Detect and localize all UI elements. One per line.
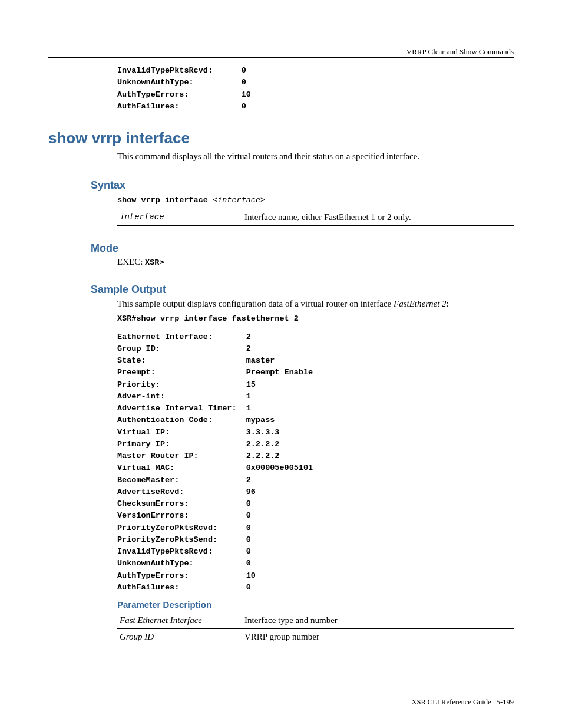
sample-output-block: Eathernet Interface: 2 Group ID: 2 State…	[117, 331, 514, 594]
footer: XSR CLI Reference Guide 5-199	[411, 698, 514, 707]
sample-intro-pre: This sample output displays configuratio…	[117, 299, 394, 308]
mode-value: XSR>	[145, 258, 164, 267]
table-row: interfaceInterface name, either FastEthe…	[117, 209, 514, 225]
mode-prefix: EXEC:	[117, 257, 145, 266]
param-desc: Interface name, either FastEthernet 1 or…	[242, 209, 514, 225]
param-name: Fast Ethernet Interface	[117, 612, 242, 629]
param-desc: Interface type and number	[242, 612, 514, 629]
sample-cmdline: XSR#show vrrp interface fastethernet 2	[117, 313, 514, 325]
command-title: show vrrp interface	[48, 129, 514, 147]
sample-heading: Sample Output	[91, 284, 514, 296]
syntax-line: show vrrp interface <interface>	[117, 194, 514, 206]
table-row: Fast Ethernet InterfaceInterface type an…	[117, 612, 514, 629]
syntax-arg: <interface>	[213, 196, 265, 205]
mode-heading: Mode	[91, 242, 514, 255]
footer-book: XSR CLI Reference Guide	[411, 698, 491, 706]
footer-page: 5-199	[497, 698, 514, 706]
param-name: Group ID	[117, 629, 242, 645]
command-desc: This command displays all the virtual ro…	[117, 151, 514, 163]
syntax-heading: Syntax	[91, 179, 514, 192]
mode-line: EXEC: XSR>	[117, 257, 514, 267]
syntax-table: interfaceInterface name, either FastEthe…	[117, 209, 514, 226]
sample-intro: This sample output displays configuratio…	[117, 298, 514, 310]
syntax-command: show vrrp interface	[117, 196, 213, 205]
param-desc-table: Fast Ethernet InterfaceInterface type an…	[117, 612, 514, 645]
page: VRRP Clear and Show Commands InvalidType…	[0, 0, 562, 728]
param-desc-heading: Parameter Description	[117, 599, 514, 610]
sample-intro-post: :	[447, 299, 449, 308]
param-name: interface	[117, 209, 242, 225]
table-row: Group IDVRRP group number	[117, 629, 514, 645]
param-desc: VRRP group number	[242, 629, 514, 645]
prev-output-block: InvalidTypePktsRcvd: 0 UnknownAuthType: …	[117, 65, 514, 113]
header-section: VRRP Clear and Show Commands	[48, 47, 514, 57]
header-rule	[48, 57, 514, 58]
sample-intro-em: FastEthernet 2	[394, 299, 447, 308]
